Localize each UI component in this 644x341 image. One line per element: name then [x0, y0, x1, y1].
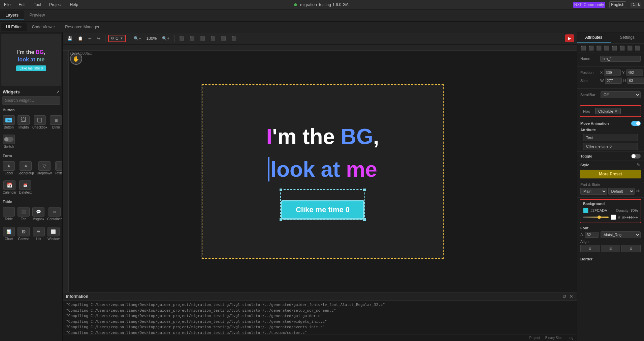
widgets-search[interactable] [2, 96, 60, 105]
pos-y-input[interactable] [626, 69, 643, 76]
align-left-text-btn[interactable]: ≡ [580, 245, 600, 252]
info-close-icon[interactable]: ✕ [569, 294, 573, 299]
menu-edit[interactable]: Edit [17, 2, 27, 8]
menu-help[interactable]: Help [68, 2, 79, 8]
tab-layers[interactable]: Layers [0, 10, 24, 20]
size-w-input[interactable] [605, 78, 622, 84]
play-button[interactable]: ▶ [565, 34, 574, 42]
widget-switch[interactable]: Switch [2, 133, 15, 150]
widget-calendar[interactable]: 📅 Calendar [2, 179, 17, 196]
more-preset-btn[interactable]: More Preset [580, 170, 641, 178]
touch-tool-icon[interactable]: ✋ [70, 53, 82, 65]
widget-spangroup[interactable]: A Spangroup [17, 160, 35, 176]
log-line-5: "Compiling C:/Users/zequan.liang/Desktop… [66, 324, 573, 330]
toolbar-copy-icon[interactable]: 📋 [76, 35, 85, 42]
widget-msgbox[interactable]: 💬 Msgbox [32, 206, 45, 222]
scrollbar-select[interactable]: Off On Auto [601, 91, 641, 98]
tab-attributes[interactable]: Attributes [577, 32, 611, 43]
widget-checkbox[interactable]: Checkbox [32, 114, 48, 131]
zoom-in-btn[interactable]: 🔍+ [160, 35, 171, 42]
nxp-community-badge[interactable]: NXP Community [573, 2, 605, 8]
align-tl-icon[interactable]: ⬛ [581, 46, 586, 51]
widget-datetext[interactable]: 📆 Datetext [19, 179, 32, 196]
align-mr-icon[interactable]: ⬛ [619, 46, 625, 51]
widgets-scroll[interactable]: Button btn Button 🖼 Imgbtn Checkbox ▦ Bt… [0, 107, 62, 341]
align-left-btn[interactable]: ⬛ [177, 35, 186, 42]
toolbar-redo-icon[interactable]: ↪ [95, 35, 102, 42]
align-mc-icon[interactable]: ⬛ [612, 46, 617, 51]
opacity-slider[interactable] [583, 217, 609, 218]
simulator-dropdown[interactable]: ⚙ C ▼ [108, 35, 126, 42]
part-select[interactable]: Main [580, 188, 607, 195]
move-anim-toggle[interactable] [631, 121, 641, 126]
tab-ui-editor[interactable]: UI Editor [1, 23, 27, 31]
align-hcenter-btn[interactable]: ⬛ [219, 35, 228, 42]
align-vcenter-btn[interactable]: ⬛ [229, 35, 238, 42]
slider-handle[interactable] [598, 216, 601, 219]
pos-x-label: X [600, 70, 603, 75]
align-ml-icon[interactable]: ⬛ [604, 46, 609, 51]
flip-h-icon[interactable]: ⬛ [627, 46, 633, 51]
tab-resource-manager[interactable]: Resource Manager [60, 23, 104, 31]
menu-file[interactable]: File [3, 2, 12, 8]
handle-tr [363, 189, 366, 191]
widget-tab[interactable]: ⬛ Tab [17, 206, 30, 222]
tab-preview[interactable]: Preview [24, 10, 50, 20]
app-title: migration_testing-1.6.0-GA [294, 2, 350, 8]
menu-tool[interactable]: Tool [32, 2, 42, 8]
widget-window[interactable]: ⬜ Window [47, 226, 60, 242]
size-h-input[interactable] [627, 78, 644, 84]
eye-toggle-btn[interactable]: 👁 [636, 189, 641, 194]
widgets-expand-icon[interactable]: ↗ [56, 89, 60, 94]
tab-settings[interactable]: Settings [611, 32, 644, 43]
language-selector[interactable]: English [609, 1, 626, 8]
align-bottom-btn[interactable]: ⬛ [208, 35, 218, 42]
widget-container[interactable]: ▭ Container [46, 206, 62, 222]
widget-dropdown[interactable]: ▽ Dropdown [36, 160, 53, 176]
preview-btn[interactable]: Clike me time 0 [16, 65, 46, 71]
calendar-icon: 📅 [3, 180, 15, 190]
info-refresh-icon[interactable]: ↺ [562, 294, 567, 299]
flip-v-icon[interactable]: ⬛ [635, 46, 640, 51]
widget-textarea[interactable]: Textarea [54, 160, 62, 176]
canvas-body[interactable]: (1024/600)px ✋ I'm the BG, look at me [63, 45, 577, 341]
widget-label[interactable]: A Label [2, 160, 15, 176]
align-tc-icon[interactable]: ⬛ [588, 46, 594, 51]
pos-x-input[interactable] [604, 69, 621, 76]
tab-label: Tab [21, 217, 26, 221]
align-center-text-btn[interactable]: ≡ [601, 245, 620, 252]
menu-project[interactable]: Project [48, 2, 63, 8]
widget-chart[interactable]: 📊 Chart [2, 226, 15, 242]
widget-list[interactable]: ☰ List [32, 226, 45, 242]
prop-name-row: Name [580, 56, 641, 62]
preview-text-line2: look at me [18, 56, 44, 63]
align-tr-icon[interactable]: ⬛ [596, 46, 602, 51]
widget-btnm[interactable]: ▦ Btnm [49, 114, 62, 131]
style-edit-icon[interactable]: ✎ [637, 162, 641, 168]
tab-code-viewer[interactable]: Code Viewer [27, 23, 60, 31]
widget-button[interactable]: btn Button [2, 114, 15, 131]
name-input[interactable] [600, 56, 641, 62]
widget-table[interactable]: Table [2, 206, 15, 222]
align-right-text-btn[interactable]: ≡ [621, 245, 641, 252]
bg-color-swatch[interactable] [583, 208, 588, 213]
widget-imgbtn[interactable]: 🖼 Imgbtn [17, 114, 30, 131]
menu-bar: File Edit Tool Project Help migration_te… [0, 0, 644, 9]
white-color-swatch[interactable] [611, 215, 616, 220]
state-select[interactable]: Default [608, 188, 635, 195]
align-top-btn[interactable]: ⬛ [198, 35, 207, 42]
zoom-out-btn[interactable]: 🔍− [132, 35, 143, 42]
toggle-switch[interactable] [631, 154, 641, 159]
toolbar-undo-icon[interactable]: ↩ [86, 35, 94, 42]
theme-toggle[interactable]: Dark [630, 2, 641, 8]
font-family-select[interactable]: Alatsi_Reg [601, 231, 641, 238]
canvas-clike-button[interactable]: Clike me time 0 [282, 201, 364, 219]
font-size-input[interactable] [585, 232, 599, 238]
table-label: Table [5, 217, 13, 221]
align-right-btn[interactable]: ⬛ [188, 35, 197, 42]
switch-grid: Switch [0, 133, 62, 152]
widget-canvas[interactable]: 🖼 Canvas [17, 226, 30, 242]
toolbar-save-icon[interactable]: 💾 [65, 35, 74, 42]
flag-remove-btn[interactable]: ✕ [615, 109, 618, 113]
search-input[interactable] [2, 96, 60, 105]
